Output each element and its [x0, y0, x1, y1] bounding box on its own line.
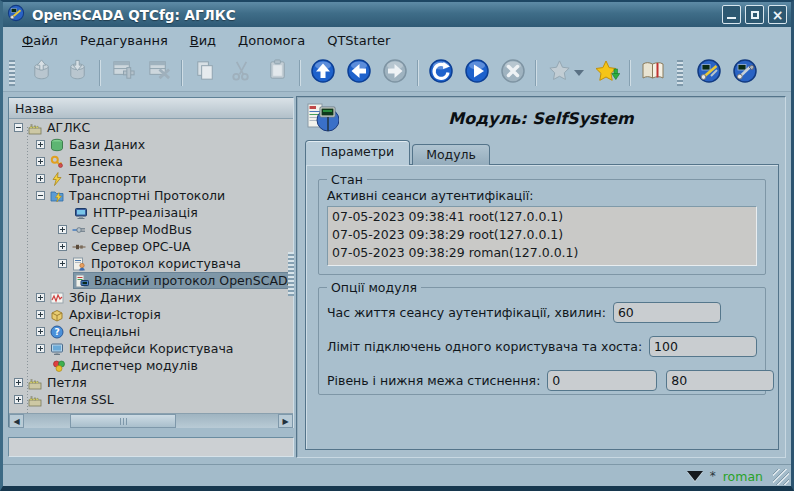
tree-item-security[interactable]: Безпека	[9, 153, 293, 170]
resize-grip[interactable]	[773, 469, 789, 485]
tree-item-special[interactable]: ? Спеціальні	[9, 323, 293, 340]
stop-x-icon	[500, 58, 526, 88]
tree-horizontal-scrollbar[interactable]: ◀ ▶	[9, 413, 293, 428]
qtstarter-tools-button[interactable]	[727, 57, 763, 89]
lifetime-input[interactable]	[613, 302, 721, 323]
plug-icon	[72, 223, 86, 237]
expand-toggle-icon[interactable]	[36, 140, 45, 149]
paste-item-button[interactable]	[259, 57, 295, 89]
title-bar[interactable]: OpenSCADA QTCfg: АГЛКС ×	[2, 2, 792, 27]
refresh-button[interactable]	[423, 57, 459, 89]
add-item-button[interactable]	[105, 57, 141, 89]
panel-splitter-handle[interactable]	[288, 252, 294, 296]
menu-view[interactable]: Вид	[179, 30, 227, 51]
start-update-button[interactable]	[459, 57, 495, 89]
tree-item-transport-protocols[interactable]: Транспортні Протоколи	[9, 187, 293, 204]
maximize-button[interactable]	[745, 5, 764, 24]
expand-toggle-icon[interactable]	[58, 242, 67, 251]
minimize-button[interactable]	[722, 5, 741, 24]
tree-item-http[interactable]: HTTP-реалізація	[9, 204, 293, 221]
copy-item-button[interactable]	[187, 57, 223, 89]
cut-item-button[interactable]	[223, 57, 259, 89]
menu-help[interactable]: Допомога	[227, 30, 316, 51]
toolbar-grip[interactable]	[677, 60, 683, 86]
toolbar-grip[interactable]	[9, 60, 15, 86]
tree-item-modbus[interactable]: Сервер ModBus	[9, 221, 293, 238]
tool-bar	[3, 54, 791, 92]
tree-item-module-dispatcher[interactable]: Диспетчер модулів	[9, 357, 293, 374]
manual-button[interactable]	[635, 57, 671, 89]
scrollbar-thumb[interactable]	[70, 414, 177, 428]
scroll-right-arrow[interactable]: ▶	[278, 414, 293, 428]
expand-toggle-icon[interactable]	[36, 293, 45, 302]
web-server-icon	[74, 206, 88, 220]
load-from-db-button[interactable]	[23, 57, 59, 89]
delete-item-button[interactable]	[141, 57, 177, 89]
tree-item-aglks[interactable]: АГЛКС	[9, 119, 293, 136]
expand-toggle-icon[interactable]	[58, 259, 67, 268]
table-delete-icon	[147, 58, 172, 87]
compression-level-input[interactable]	[547, 370, 657, 391]
tree-item-transports[interactable]: Транспорти	[9, 170, 293, 187]
window-title: OpenSCADA QTCfg: АГЛКС	[32, 7, 718, 23]
tab-parameters[interactable]: Параметри	[305, 140, 410, 165]
scrollbar-track[interactable]	[24, 414, 278, 428]
compression-row: Рівень і нижня межа стиснення:	[319, 364, 765, 396]
tree-item-loop-ssl[interactable]: Петля SSL	[9, 391, 293, 408]
tree-item-opcua[interactable]: Сервер OPC-UA	[9, 238, 293, 255]
favorites-button[interactable]	[541, 57, 589, 89]
db-load-icon	[29, 58, 54, 87]
compression-bound-input[interactable]	[666, 370, 774, 391]
expand-toggle-icon[interactable]	[36, 344, 45, 353]
collapse-toggle-icon[interactable]	[14, 123, 23, 132]
self-protocol-icon	[75, 274, 89, 288]
save-to-db-button[interactable]	[59, 57, 95, 89]
current-user[interactable]: roman	[723, 469, 763, 484]
back-arrow-icon	[346, 58, 372, 88]
expand-toggle-icon[interactable]	[36, 310, 45, 319]
connection-limit-input[interactable]	[649, 336, 757, 357]
collapse-toggle-icon[interactable]	[36, 191, 45, 200]
expand-toggle-icon[interactable]	[14, 378, 23, 387]
sessions-list[interactable]: 07-05-2023 09:38:41 root(127.0.0.1) 07-0…	[327, 206, 757, 266]
selected-tree-item[interactable]: Власний протокол OpenSCADA	[74, 273, 293, 288]
toolbar-separator	[99, 60, 101, 86]
expand-toggle-icon[interactable]	[36, 327, 45, 336]
tree-item-user-protocol[interactable]: Протокол користувача	[9, 255, 293, 272]
add-favorite-button[interactable]	[589, 57, 625, 89]
compression-label: Рівень і нижня межа стиснення:	[327, 373, 540, 388]
tab-module[interactable]: Модуль	[412, 144, 490, 165]
book-icon	[640, 58, 666, 88]
scroll-left-arrow[interactable]: ◀	[9, 414, 24, 428]
stop-update-button[interactable]	[495, 57, 531, 89]
menu-edit[interactable]: Редагування	[69, 30, 179, 51]
tree-header-name[interactable]: Назва	[9, 98, 293, 119]
monitor-icon	[50, 342, 64, 356]
tree-item-archives[interactable]: Архіви-Історія	[9, 306, 293, 323]
expand-toggle-icon[interactable]	[58, 225, 67, 234]
session-row: 07-05-2023 09:38:41 root(127.0.0.1)	[332, 208, 756, 226]
menu-qtstarter[interactable]: QTStarter	[316, 30, 401, 51]
close-button[interactable]: ×	[768, 5, 787, 24]
expand-toggle-icon[interactable]	[36, 174, 45, 183]
qtstarter-config-button[interactable]	[691, 57, 727, 89]
tree-item-user-interfaces[interactable]: Інтерфейси Користувача	[9, 340, 293, 357]
favorites-dropdown-icon[interactable]	[574, 70, 584, 76]
message-level-icon[interactable]	[687, 471, 703, 481]
tree-item-loop[interactable]: Петля	[9, 374, 293, 391]
go-forward-button[interactable]	[377, 57, 413, 89]
tree-item-self-protocol[interactable]: Власний протокол OpenSCADA	[9, 272, 293, 289]
tree-item-data-acquisition[interactable]: Збір Даних	[9, 289, 293, 306]
session-row: 07-05-2023 09:38:29 root(127.0.0.1)	[332, 226, 756, 244]
go-up-button[interactable]	[305, 57, 341, 89]
qtstarter-config-icon	[696, 58, 722, 88]
tree-item-databases[interactable]: Бази Даних	[9, 136, 293, 153]
go-back-button[interactable]	[341, 57, 377, 89]
play-icon	[464, 58, 490, 88]
expand-toggle-icon[interactable]	[36, 157, 45, 166]
lifetime-row: Час життя сеансу аутентифікації, хвилин:	[319, 296, 765, 328]
lifetime-label: Час життя сеансу аутентифікації, хвилин:	[327, 305, 606, 320]
menu-file[interactable]: Файл	[11, 30, 69, 51]
lightning-icon	[50, 172, 64, 186]
expand-toggle-icon[interactable]	[14, 395, 23, 404]
